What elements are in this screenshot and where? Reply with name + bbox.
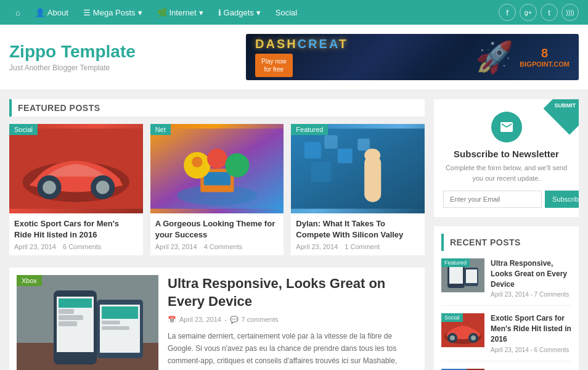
recent-posts-title: RECENT POSTS	[441, 234, 571, 251]
recent-post-1-thumb: Featured	[441, 258, 484, 292]
featured-card-2-body: A Gorgeous Looking Theme for your Succes…	[150, 213, 284, 255]
recent-post-2-thumb: Social	[441, 313, 484, 347]
newsletter-description: Complete the form below, and we'll send …	[443, 163, 570, 183]
recent-post-1: Featured Ultra Responsive, Looks Great o…	[441, 258, 571, 306]
site-header: Zippo Template Just Another Blogger Temp…	[0, 25, 588, 90]
calendar-icon: 📅	[168, 316, 176, 324]
recent-post-1-title[interactable]: Ultra Responsive, Looks Great on Every D…	[491, 258, 571, 289]
svg-rect-20	[365, 155, 382, 202]
nav-mega-posts[interactable]: ☰ Mega Posts ▾	[77, 8, 149, 17]
recent-posts-box: RECENT POSTS Featured Ultra Responsive, …	[434, 226, 579, 370]
svg-rect-18	[338, 149, 353, 163]
sidebar: SUBMIT Subscribe to Newsletter Complete …	[434, 99, 579, 370]
card-2-date: April 23, 2014	[155, 243, 197, 250]
svg-rect-27	[59, 309, 74, 314]
card-3-date: April 23, 2014	[296, 243, 338, 250]
googleplus-icon[interactable]: g+	[520, 4, 537, 21]
svg-point-11	[192, 157, 202, 167]
large-post-tag: Xbox	[17, 275, 42, 286]
svg-rect-34	[102, 326, 129, 330]
dropdown-arrow-megaposts: ▾	[138, 8, 142, 17]
large-post-body: Ultra Responsive, Looks Great on Every D…	[168, 275, 417, 370]
nav-about[interactable]: 👤 About	[29, 8, 75, 17]
svg-point-3	[43, 181, 56, 194]
banner-spaceship: 🚀	[475, 39, 513, 75]
twitter-icon[interactable]: t	[541, 4, 558, 21]
site-branding: Zippo Template Just Another Blogger Temp…	[9, 42, 136, 72]
newsletter-form: Subscribe	[443, 191, 570, 208]
featured-card-2-title[interactable]: A Gorgeous Looking Theme for your Succes…	[155, 218, 279, 240]
large-post: Xbox Ultra Responsive, Looks Great on Ev…	[9, 268, 425, 370]
nav-social[interactable]: Social	[269, 8, 303, 17]
recent-post-1-meta: April 23, 2014 - 7 Comments	[491, 291, 571, 298]
large-post-meta: 📅 April 23, 2014 - 💬 7 comments	[168, 316, 417, 324]
rp1-comments: 7 Comments	[534, 291, 570, 298]
featured-card-1-title[interactable]: Exotic Sport Cars for Men's Ride Hit lis…	[14, 218, 138, 240]
recent-post-2-meta: April 23, 2014 - 6 Comments	[491, 347, 571, 353]
svg-rect-17	[311, 162, 332, 183]
svg-rect-37	[449, 266, 463, 284]
featured-card-3-tag: Featured	[291, 124, 328, 135]
svg-rect-9	[203, 172, 230, 186]
nav-internet[interactable]: 🌿 Internet ▾	[151, 8, 210, 17]
large-post-image: Xbox	[17, 275, 158, 370]
svg-rect-28	[59, 315, 83, 320]
newsletter-box: SUBMIT Subscribe to Newsletter Complete …	[434, 99, 579, 217]
featured-card-1-body: Exotic Sport Cars for Men's Ride Hit lis…	[9, 213, 143, 255]
content-area: FEATURED POSTS	[9, 99, 425, 370]
featured-card-1-image: Social	[9, 124, 143, 213]
banner-site-logo: 8 BIGPOINT.COM	[520, 46, 570, 68]
recent-post-2-info: Exotic Sport Cars for Men's Ride Hit lis…	[491, 313, 571, 353]
svg-point-21	[365, 149, 381, 162]
newsletter-submit-label: SUBMIT	[555, 102, 576, 109]
newsletter-email-input[interactable]	[443, 191, 542, 208]
svg-rect-26	[59, 298, 92, 308]
svg-rect-16	[325, 135, 338, 149]
large-post-comments: 7 comments	[242, 316, 279, 323]
svg-rect-29	[59, 321, 77, 326]
featured-card-3-body: Dylan: What It Takes To Compete With Sil…	[291, 213, 425, 255]
site-title: Zippo Template	[9, 42, 136, 62]
svg-rect-32	[102, 306, 138, 319]
featured-card-3-meta: April 23, 2014 1 Comment	[296, 243, 420, 250]
main-container: FEATURED POSTS	[0, 90, 588, 370]
rp2-date: April 23, 2014	[491, 347, 529, 353]
svg-point-45	[471, 335, 476, 340]
recent-post-2-title[interactable]: Exotic Sport Cars for Men's Ride Hit lis…	[491, 313, 571, 344]
leaf-icon: 🌿	[157, 8, 167, 17]
nav-gadgets[interactable]: ℹ Gadgets ▾	[212, 8, 267, 17]
rss-icon[interactable]: ))))	[561, 4, 579, 21]
menu-icon: ☰	[83, 8, 91, 17]
featured-card-2-tag: Net	[150, 124, 171, 135]
featured-card-3-title[interactable]: Dylan: What It Takes To Compete With Sil…	[296, 218, 420, 240]
comment-icon: 💬	[230, 316, 239, 324]
newsletter-subscribe-button[interactable]: Subscribe	[545, 191, 579, 208]
rp2-comments: 6 Comments	[534, 347, 570, 353]
svg-rect-33	[102, 321, 120, 324]
svg-point-13	[225, 154, 249, 178]
featured-card-2: Net A Gorgeous Looking Theme for your Su…	[150, 124, 284, 255]
nav-home[interactable]: ⌂	[9, 8, 27, 17]
nav-left: ⌂ 👤 About ☰ Mega Posts ▾ 🌿 Internet ▾ ℹ …	[9, 8, 499, 17]
header-banner: DASHCREAT Play nowfor free 🚀 8 BIGPOINT.…	[246, 34, 579, 80]
banner-play-button[interactable]: Play nowfor free	[255, 54, 293, 77]
featured-card-3-image: Featured	[291, 124, 425, 213]
large-post-date: April 23, 2014	[179, 316, 221, 323]
facebook-icon[interactable]: f	[499, 4, 516, 21]
card-1-date: April 23, 2014	[14, 243, 56, 250]
large-post-excerpt: La semaine derniert, certainement volé p…	[168, 330, 417, 370]
home-icon: ⌂	[15, 8, 20, 17]
svg-rect-19	[358, 139, 370, 151]
newsletter-title: Subscribe to Newsletter	[443, 149, 570, 159]
card-3-comments: 1 Comment	[345, 243, 380, 250]
newsletter-icon	[491, 112, 522, 142]
svg-point-43	[450, 335, 455, 340]
recent-post-1-info: Ultra Responsive, Looks Great on Every D…	[491, 258, 571, 298]
social-icons: f g+ t ))))	[499, 4, 579, 21]
recent-post-2: Social Exotic Sport Cars for Men's Ride …	[441, 313, 571, 361]
svg-rect-39	[466, 269, 477, 283]
svg-point-5	[96, 181, 110, 194]
large-post-title[interactable]: Ultra Responsive, Looks Great on Every D…	[168, 275, 417, 310]
featured-card-1: Social Exotic Sport Cars for Men's Ride …	[9, 124, 143, 255]
card-2-comments: 4 Comments	[204, 243, 242, 250]
